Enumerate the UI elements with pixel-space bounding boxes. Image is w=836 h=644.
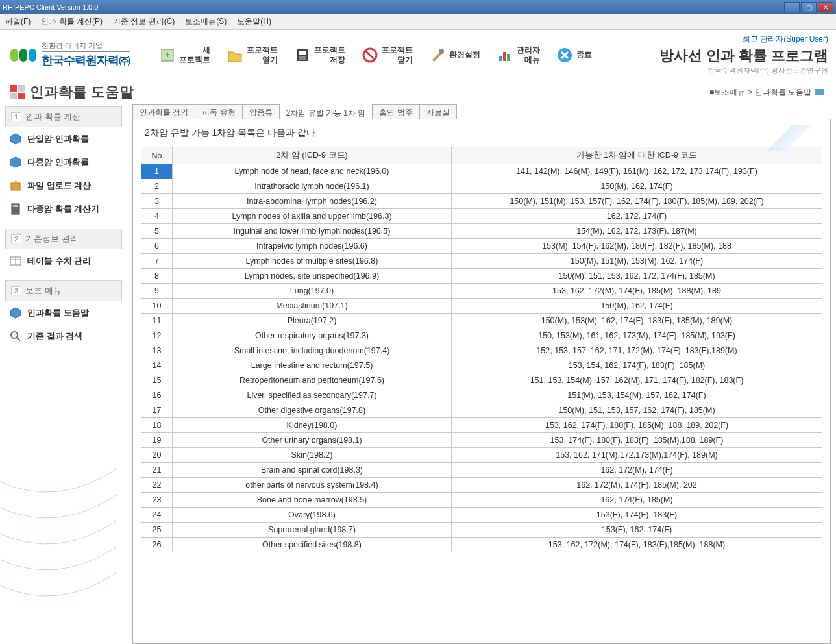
table-row[interactable]: 5Inguinal and lower limb lymph nodes(196…	[141, 224, 822, 239]
close-button[interactable]: ✕	[818, 2, 833, 12]
cell-no: 2	[141, 179, 173, 194]
cell-name: Inguinal and lower limb lymph nodes(196.…	[173, 224, 452, 239]
sidebar-item[interactable]: 파일 업로드 계산	[5, 174, 122, 197]
svg-point-7	[439, 49, 444, 54]
cell-name: Suprarenal gland(198.7)	[173, 523, 452, 538]
th-name: 2차 암 (ICD-9 코드)	[173, 147, 452, 164]
sidebar-item[interactable]: 인과확률 도움말	[5, 301, 122, 325]
cell-name: Brain and spinal cord(198.3)	[173, 463, 452, 478]
cell-no: 15	[141, 373, 173, 388]
content-tab[interactable]: 2차암 유발 가능 1차 암	[279, 105, 373, 119]
cell-no: 13	[141, 343, 173, 358]
logo-subtitle: 친환경 에너지 기업	[42, 41, 130, 52]
sidebar-item[interactable]: 단일암 인과확률	[5, 127, 122, 151]
page-title-icon	[10, 85, 25, 99]
table-row[interactable]: 19Other urinary organs(198.1)153, 174(F)…	[141, 433, 822, 448]
cell-codes: 150(M), 162, 174(F)	[452, 299, 822, 314]
cell-codes: 150(M), 153(M), 162, 174(F), 183(F), 185…	[452, 314, 822, 328]
content-tab[interactable]: 피폭 유형	[195, 104, 242, 119]
table-row[interactable]: 7Lymph nodes of multiple sites(196.8)150…	[141, 254, 822, 269]
table-row[interactable]: 10Mediastinum(197.1)150(M), 162, 174(F)	[141, 299, 822, 314]
table-row[interactable]: 1Lymph node of head, face and neck(196.0…	[141, 164, 822, 179]
table-row[interactable]: 23Bone and bone marrow(198.5)162, 174(F)…	[141, 493, 822, 508]
table-row[interactable]: 4Lymph nodes of axilla and upper limb(19…	[141, 209, 822, 224]
table-row[interactable]: 15Retroperitoneum and peritoneum(197.6)1…	[141, 373, 822, 388]
minimize-button[interactable]: —	[784, 2, 800, 12]
cell-name: Intra-abdominal lymph nodes(196.2)	[173, 194, 452, 209]
table-row[interactable]: 17Other digestive organs(197.8)150(M), 1…	[141, 403, 822, 418]
th-no: No	[141, 147, 173, 164]
table-row[interactable]: 13Small intestine, including duodenum(19…	[141, 343, 822, 358]
table-row[interactable]: 6Intrapelvic lymph nodes(196.6)153(M), 1…	[141, 239, 822, 254]
table-row[interactable]: 11Pleura(197.2)150(M), 153(M), 162, 174(…	[141, 314, 822, 328]
sidebar: 1인과 확률 계산단일암 인과확률다중암 인과확률파일 업로드 계산다중암 확률…	[0, 104, 127, 644]
cell-no: 22	[141, 478, 173, 493]
table-row[interactable]: 3Intra-abdominal lymph nodes(196.2)150(M…	[141, 194, 822, 209]
content-tab[interactable]: 자료실	[419, 104, 457, 119]
table-row[interactable]: 25Suprarenal gland(198.7)153(F), 162, 17…	[141, 523, 822, 538]
menu-item[interactable]: 기준 정보 관리(C)	[113, 16, 175, 27]
menu-item[interactable]: 보조메뉴(S)	[185, 16, 227, 27]
cell-no: 5	[141, 224, 173, 239]
admin-user-link[interactable]: 최고 관리자(Super User)	[659, 34, 828, 45]
cell-codes: 153, 174(F), 180(F), 183(F), 185(M),188,…	[452, 433, 822, 448]
sidebar-item[interactable]: 기존 결과 검색	[5, 325, 122, 348]
table-row[interactable]: 26Other specified sites(198.8)153, 162, …	[141, 538, 822, 552]
cell-no: 25	[141, 523, 173, 538]
maximize-button[interactable]: ▢	[801, 2, 817, 12]
svg-line-6	[365, 51, 375, 60]
cell-codes: 150(M), 151(M), 153(M), 162, 174(F)	[452, 254, 822, 269]
content-tab[interactable]: 암종류	[242, 104, 280, 119]
sidebar-item-icon	[9, 203, 22, 216]
menu-item[interactable]: 파일(F)	[5, 16, 31, 27]
cell-codes: 154(M), 162, 172, 173(F), 187(M)	[452, 224, 822, 239]
exit-button[interactable]: 종료	[550, 43, 597, 67]
close-project-button[interactable]: 프로젝트 닫기	[356, 43, 418, 67]
content-tab[interactable]: 인과확률 정의	[132, 104, 195, 119]
menu-item[interactable]: 도움말(H)	[237, 16, 271, 27]
table-row[interactable]: 9Lung(197.0)153, 162, 172(M), 174(F), 18…	[141, 284, 822, 299]
table-row[interactable]: 16Liver, specified as secondary(197.7)15…	[141, 388, 822, 403]
sidebar-item[interactable]: 테이블 수치 관리	[5, 249, 122, 273]
window-titlebar: RHIPEPC Client Version 1.0.0 — ▢ ✕	[0, 0, 836, 14]
sidebar-item-label: 다중암 인과확률	[27, 156, 89, 168]
cell-codes: 153, 154, 162, 174(F), 183(F), 185(M)	[452, 358, 822, 373]
content-heading: 2차암 유발 가능 1차암 목록은 다음과 같다	[141, 127, 822, 139]
cell-no: 8	[141, 269, 173, 284]
chart-icon	[496, 46, 514, 64]
menu-item[interactable]: 인과 확률 계산(P)	[41, 16, 103, 27]
table-row[interactable]: 20Skin(198.2)153, 162, 171(M),172,173(M)…	[141, 448, 822, 463]
window-title: RHIPEPC Client Version 1.0.0	[3, 3, 98, 11]
cell-no: 3	[141, 194, 173, 209]
content-tab[interactable]: 흡연 범주	[372, 104, 419, 119]
table-row[interactable]: 2Intrathoracic lymph node(196.1)150(M), …	[141, 179, 822, 194]
cell-name: Liver, specified as secondary(197.7)	[173, 388, 452, 403]
sidebar-item[interactable]: 다중암 확률 계산기	[5, 197, 122, 221]
cell-no: 9	[141, 284, 173, 299]
save-project-button[interactable]: 프로젝트 저장	[288, 43, 350, 67]
corner-decoration	[754, 125, 825, 151]
env-settings-button[interactable]: 환경설정	[423, 43, 486, 67]
table-row[interactable]: 8Lymph nodes, site unspecified(196.9)150…	[141, 269, 822, 284]
app-subtitle: 한국수력원자력(주) 방사선보건연구원	[659, 66, 828, 75]
cell-no: 12	[141, 328, 173, 343]
app-title: 방사선 인과 확률 프로그램	[659, 46, 828, 66]
open-project-button[interactable]: 프로젝트 열기	[221, 43, 283, 67]
cell-codes: 150(M), 151, 153, 157, 162, 174(F), 185(…	[452, 403, 822, 418]
table-row[interactable]: 21Brain and spinal cord(198.3)162, 172(M…	[141, 463, 822, 478]
table-row[interactable]: 22other parts of nervous system(198.4)16…	[141, 478, 822, 493]
app-header: 친환경 에너지 기업 한국수력원자력㈜ +새 프로젝트 프로젝트 열기 프로젝트…	[0, 30, 836, 80]
sidebar-item-icon	[9, 132, 22, 145]
cell-name: Lung(197.0)	[173, 284, 452, 299]
table-row[interactable]: 12Other respiratory organs(197.3)150, 15…	[141, 328, 822, 343]
sidebar-group-header: 3보조 메뉴	[5, 280, 122, 301]
cell-no: 19	[141, 433, 173, 448]
sidebar-item[interactable]: 다중암 인과확률	[5, 151, 122, 174]
table-row[interactable]: 14Large intestine and rectum(197.5)153, …	[141, 358, 822, 373]
table-row[interactable]: 24Ovary(198.6)153(F), 174(F), 183(F)	[141, 508, 822, 523]
admin-menu-button[interactable]: 관리자 메뉴	[491, 43, 545, 67]
table-row[interactable]: 18Kidney(198.0)153, 162, 174(F), 180(F),…	[141, 418, 822, 433]
sidebar-item-icon	[9, 254, 22, 267]
new-project-button[interactable]: +새 프로젝트	[153, 43, 215, 67]
svg-rect-3	[299, 51, 306, 55]
